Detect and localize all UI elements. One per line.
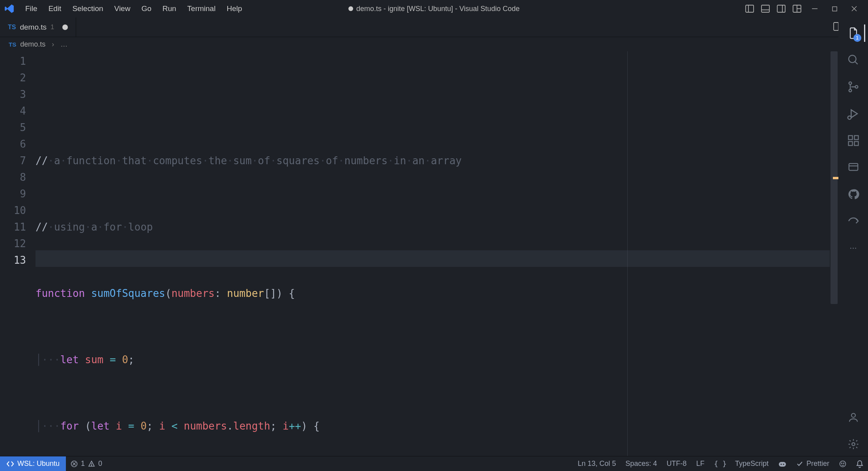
feedback-status-icon[interactable] xyxy=(834,460,851,468)
editor-content[interactable]: //·a·function·that·computes·the·sum·of·s… xyxy=(36,51,830,456)
breadcrumb-filename: demo.ts xyxy=(20,40,45,49)
chevron-right-icon xyxy=(49,40,56,49)
svg-rect-22 xyxy=(848,136,852,140)
svg-point-21 xyxy=(847,116,851,120)
svg-point-19 xyxy=(855,86,858,88)
svg-rect-26 xyxy=(849,163,858,171)
breadcrumb-ellipsis: … xyxy=(60,40,67,49)
language-mode-status[interactable]: { } TypeScript xyxy=(709,460,773,468)
overview-ruler[interactable] xyxy=(830,51,838,456)
svg-point-28 xyxy=(851,413,855,417)
extensions-activity-icon[interactable] xyxy=(842,129,865,152)
svg-point-37 xyxy=(780,463,782,465)
svg-point-35 xyxy=(91,465,92,465)
toggle-secondary-sidebar-icon[interactable] xyxy=(773,1,789,17)
menu-view[interactable]: View xyxy=(109,2,136,15)
notifications-status-icon[interactable] xyxy=(851,460,868,468)
warning-marker-icon[interactable] xyxy=(833,177,838,179)
copilot-status-icon[interactable] xyxy=(773,460,791,468)
settings-activity-icon[interactable] xyxy=(842,432,865,456)
close-button[interactable] xyxy=(844,1,864,17)
prettier-status[interactable]: Prettier xyxy=(791,460,834,468)
source-control-activity-icon[interactable] xyxy=(842,75,865,99)
explorer-activity-icon[interactable]: 1 xyxy=(842,21,865,45)
breadcrumb[interactable]: TS demo.ts … xyxy=(0,37,868,51)
tab-dirty-indicator-icon xyxy=(62,24,68,30)
menu-help[interactable]: Help xyxy=(221,2,247,15)
svg-line-16 xyxy=(855,62,858,64)
maximize-button[interactable] xyxy=(825,1,844,17)
menu-run[interactable]: Run xyxy=(157,2,182,15)
editor-tabs: TS demo.ts 1 ··· xyxy=(0,17,868,37)
line-number-gutter: 1 2 3 4 5 6 7 8 9 10 11 12 13 xyxy=(0,51,36,456)
search-activity-icon[interactable] xyxy=(842,48,865,72)
menu-terminal[interactable]: Terminal xyxy=(182,2,221,15)
run-debug-activity-icon[interactable] xyxy=(842,102,865,126)
svg-point-17 xyxy=(849,82,851,84)
activity-bar: 1 ··· xyxy=(838,17,868,456)
github-activity-icon[interactable] xyxy=(842,182,865,206)
live-share-activity-icon[interactable] xyxy=(842,209,865,233)
svg-point-39 xyxy=(840,461,846,467)
tab-demo-ts[interactable]: TS demo.ts 1 xyxy=(0,17,76,37)
svg-rect-24 xyxy=(854,142,858,146)
tab-problem-count: 1 xyxy=(51,23,54,31)
svg-point-18 xyxy=(849,89,851,92)
encoding-status[interactable]: UTF-8 xyxy=(662,460,691,468)
indentation-status[interactable]: Spaces: 4 xyxy=(621,460,662,468)
menu-edit[interactable]: Edit xyxy=(43,2,67,15)
problems-status[interactable]: 1 0 xyxy=(66,456,107,471)
active-line-highlight xyxy=(36,250,830,267)
status-bar: WSL: Ubuntu 1 0 Ln 13, Col 5 Spaces: 4 U… xyxy=(0,456,868,471)
eol-status[interactable]: LF xyxy=(691,460,709,468)
menu-selection[interactable]: Selection xyxy=(67,2,108,15)
typescript-file-icon: TS xyxy=(9,41,16,48)
cursor-position-status[interactable]: Ln 13, Col 5 xyxy=(573,460,621,468)
editor-group: 1 2 3 4 5 6 7 8 9 10 11 12 13 //·a·funct… xyxy=(0,51,838,456)
svg-rect-2 xyxy=(761,5,769,12)
remote-explorer-activity-icon[interactable] xyxy=(842,156,865,179)
menu-bar: File Edit Selection View Go Run Terminal… xyxy=(20,2,248,15)
svg-point-29 xyxy=(852,443,855,446)
svg-point-15 xyxy=(849,55,856,63)
svg-rect-0 xyxy=(746,5,754,12)
svg-rect-23 xyxy=(848,142,852,146)
more-views-icon[interactable]: ··· xyxy=(842,236,865,260)
svg-point-38 xyxy=(783,463,784,465)
svg-rect-4 xyxy=(777,5,785,12)
menu-file[interactable]: File xyxy=(20,2,43,15)
svg-marker-20 xyxy=(851,110,857,118)
tab-filename: demo.ts xyxy=(20,23,47,32)
typescript-file-icon: TS xyxy=(8,24,16,31)
dirty-dot-icon xyxy=(348,6,353,11)
remote-name: WSL: Ubuntu xyxy=(17,460,60,468)
toggle-primary-sidebar-icon[interactable] xyxy=(742,1,758,17)
remote-indicator[interactable]: WSL: Ubuntu xyxy=(0,456,66,471)
svg-rect-36 xyxy=(779,462,786,467)
accounts-activity-icon[interactable] xyxy=(842,405,865,429)
svg-point-41 xyxy=(844,463,844,463)
svg-rect-25 xyxy=(854,136,858,140)
vscode-logo-icon xyxy=(4,3,15,14)
minimize-button[interactable] xyxy=(805,1,825,17)
title-bar: File Edit Selection View Go Run Terminal… xyxy=(0,0,868,17)
customize-layout-icon[interactable] xyxy=(789,1,805,17)
explorer-badge: 1 xyxy=(853,34,861,42)
menu-go[interactable]: Go xyxy=(136,2,157,15)
window-title-text: demo.ts - ignite [WSL: Ubuntu] - Visual … xyxy=(356,5,520,13)
svg-point-40 xyxy=(842,463,842,463)
svg-rect-10 xyxy=(832,7,837,11)
toggle-panel-icon[interactable] xyxy=(758,1,773,17)
window-title: demo.ts - ignite [WSL: Ubuntu] - Visual … xyxy=(348,5,520,13)
